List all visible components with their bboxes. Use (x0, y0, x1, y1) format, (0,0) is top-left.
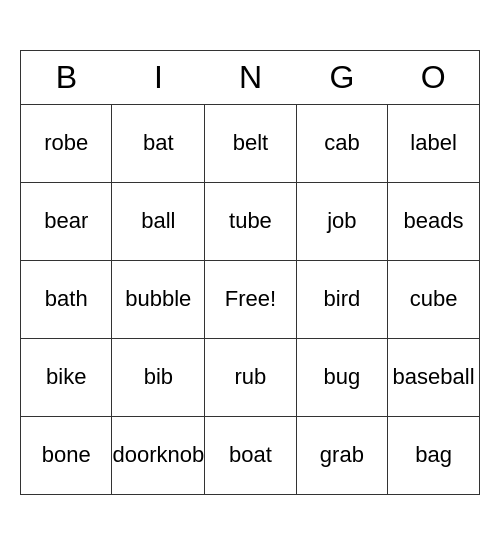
cell-2-4: cube (388, 260, 480, 338)
cell-2-3: bird (296, 260, 387, 338)
cell-4-0: bone (21, 416, 112, 494)
cell-4-4: bag (388, 416, 480, 494)
bingo-row: bikebibrubbugbaseball (21, 338, 480, 416)
cell-2-1: bubble (112, 260, 205, 338)
bingo-row: robebatbeltcablabel (21, 104, 480, 182)
bingo-row: bearballtubejobbeads (21, 182, 480, 260)
bingo-row: bathbubbleFree!birdcube (21, 260, 480, 338)
cell-1-3: job (296, 182, 387, 260)
cell-0-0: robe (21, 104, 112, 182)
bingo-header-row: BINGO (21, 50, 480, 104)
cell-1-4: beads (388, 182, 480, 260)
cell-0-2: belt (205, 104, 296, 182)
bingo-row: bonedoorknobboatgrabbag (21, 416, 480, 494)
cell-4-3: grab (296, 416, 387, 494)
cell-0-3: cab (296, 104, 387, 182)
cell-3-4: baseball (388, 338, 480, 416)
header-letter-g: G (296, 50, 387, 104)
cell-3-1: bib (112, 338, 205, 416)
cell-3-0: bike (21, 338, 112, 416)
header-letter-b: B (21, 50, 112, 104)
cell-4-2: boat (205, 416, 296, 494)
cell-1-0: bear (21, 182, 112, 260)
bingo-card: BINGO robebatbeltcablabelbearballtubejob… (20, 50, 480, 495)
header-letter-n: N (205, 50, 296, 104)
cell-4-1: doorknob (112, 416, 205, 494)
header-letter-i: I (112, 50, 205, 104)
cell-1-1: ball (112, 182, 205, 260)
cell-2-0: bath (21, 260, 112, 338)
cell-2-2: Free! (205, 260, 296, 338)
header-letter-o: O (388, 50, 480, 104)
cell-1-2: tube (205, 182, 296, 260)
cell-3-3: bug (296, 338, 387, 416)
cell-3-2: rub (205, 338, 296, 416)
cell-0-1: bat (112, 104, 205, 182)
cell-0-4: label (388, 104, 480, 182)
